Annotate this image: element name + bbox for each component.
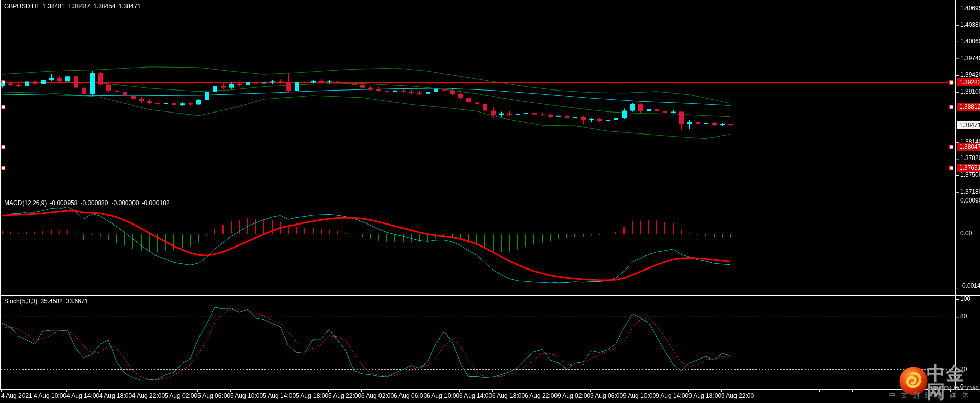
watermark-tagline: 中 文 财 经 新 媒 体 <box>888 391 970 400</box>
price-axis-label: 1.37180 <box>960 188 980 195</box>
time-axis-label: 6 Aug 22:00 <box>525 392 558 399</box>
macd-axis-top: 0.000902 <box>960 197 980 204</box>
macd-axis-zero: 0.00 <box>960 230 972 237</box>
time-axis-label: 5 Aug 14:00 <box>263 392 296 399</box>
price-level-badge: 1.39283 <box>957 78 980 86</box>
time-axis-label: 5 Aug 18:00 <box>296 392 328 399</box>
macd-value-1: -0.000880 <box>80 199 108 207</box>
time-axis[interactable]: 4 Aug 20214 Aug 10:004 Aug 14:004 Aug 18… <box>0 390 980 403</box>
macd-value-3: -0.000102 <box>142 199 170 207</box>
macd-axis-bottom: -0.001496 <box>960 282 980 289</box>
price-axis-label: 1.37500 <box>960 171 980 178</box>
price-level-badge: 1.38812 <box>957 103 980 111</box>
stoch-value-d: 33.6671 <box>66 298 88 305</box>
time-axis-label: 5 Aug 22:00 <box>328 392 361 399</box>
time-axis-label: 6 Aug 18:00 <box>492 392 525 399</box>
time-axis-label: 5 Aug 06:00 <box>197 392 230 399</box>
chart-window: GBPUSD,H11.384811.384871.384541.38471 MA… <box>0 0 980 403</box>
stoch-axis-label: 80 <box>960 312 967 320</box>
time-axis-label: 6 Aug 06:00 <box>394 392 427 399</box>
time-axis-label: 4 Aug 2021 <box>1 392 32 399</box>
price-axis-label: 1.39100 <box>960 88 980 95</box>
price-axis-label: 1.37820 <box>960 154 980 162</box>
price-axis-label: 1.40060 <box>960 38 980 45</box>
symbol-timeframe: GBPUSD,H1 <box>4 3 39 10</box>
time-axis-label: 4 Aug 18:00 <box>99 392 132 399</box>
time-axis-label: 9 Aug 18:00 <box>688 392 721 399</box>
time-axis-label: 5 Aug 10:00 <box>230 392 263 399</box>
quote-open: 1.38481 <box>42 3 64 10</box>
current-price-badge: 1.38471 <box>957 121 980 129</box>
stoch-name: Stoch(5,3,3) <box>4 298 37 305</box>
price-axis-label: 1.40695 <box>960 5 980 12</box>
macd-value-0: -0.000958 <box>50 199 77 207</box>
chart-title: GBPUSD,H11.384811.384871.384541.38471 <box>4 3 144 10</box>
time-axis-label: 9 Aug 10:00 <box>623 392 656 399</box>
quote-close: 1.38471 <box>119 3 141 10</box>
price-level-badge: 1.38047 <box>957 143 980 151</box>
time-axis-label: 9 Aug 06:00 <box>590 392 623 399</box>
time-axis-label: 4 Aug 22:00 <box>132 392 165 399</box>
stoch-axis-label: 100 <box>960 295 970 302</box>
time-axis-label: 4 Aug 10:00 <box>34 392 66 399</box>
price-axis-label: 1.39420 <box>960 71 980 78</box>
time-axis-label: 9 Aug 22:00 <box>721 392 754 399</box>
macd-indicator-label: MACD(12,26,9)-0.000958-0.000880-0.000000… <box>4 199 173 207</box>
price-axis[interactable]: 1.406951.403801.400601.397401.394201.391… <box>956 0 980 390</box>
price-axis-label: 1.40380 <box>960 21 980 28</box>
time-axis-label: 9 Aug 02:00 <box>558 392 590 399</box>
time-axis-label: 6 Aug 02:00 <box>361 392 394 399</box>
quote-low: 1.38454 <box>93 3 115 10</box>
time-axis-label: 6 Aug 14:00 <box>459 392 492 399</box>
macd-value-2: -0.000000 <box>111 199 139 207</box>
price-level-badge: 1.37651 <box>957 164 980 172</box>
time-axis-label: 9 Aug 14:00 <box>656 392 688 399</box>
stoch-indicator-label: Stoch(5,3,3)35.458233.6671 <box>4 298 91 305</box>
price-axis-label: 1.39740 <box>960 55 980 62</box>
stoch-value-k: 35.4582 <box>40 298 62 305</box>
quote-high: 1.38487 <box>68 3 90 10</box>
macd-name: MACD(12,26,9) <box>4 199 47 207</box>
time-axis-label: 6 Aug 10:00 <box>427 392 459 399</box>
time-axis-label: 5 Aug 02:00 <box>165 392 197 399</box>
time-axis-label: 4 Aug 14:00 <box>66 392 99 399</box>
watermark-domain: CNGOLD.COM.CN <box>927 384 980 392</box>
